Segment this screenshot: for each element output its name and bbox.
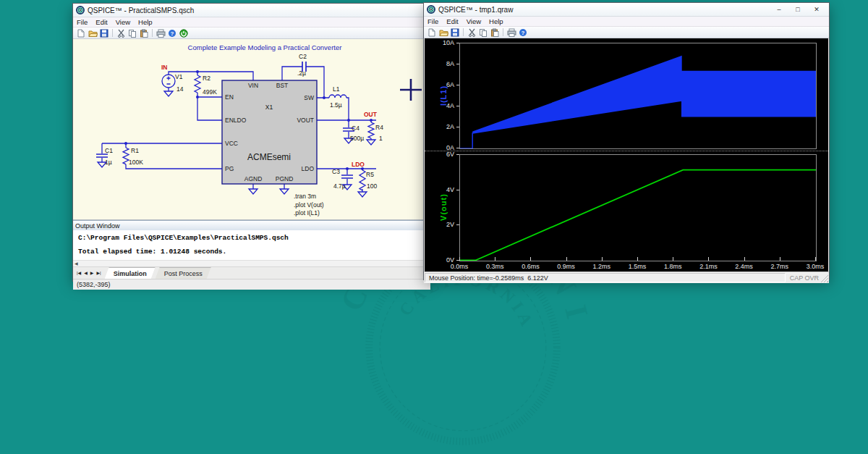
resistor-r1[interactable]: R1 100K xyxy=(123,147,143,166)
y-tick-mark xyxy=(456,85,459,85)
qspice-schematic-window[interactable]: QSPICE™ - PracticalSMPS.qsch File Edit V… xyxy=(72,3,431,282)
save-icon[interactable] xyxy=(449,28,461,38)
directive-plot-vout[interactable]: .plot V(out) xyxy=(294,201,324,209)
qspice-waveform-window[interactable]: QSPICE™ - tmp1.qraw – □ ✕ File Edit View… xyxy=(423,2,830,280)
new-file-icon[interactable] xyxy=(75,28,87,38)
c3-value: 4.7µ xyxy=(333,182,346,190)
axis-title-vout: V(out) xyxy=(439,193,448,221)
new-file-icon[interactable] xyxy=(426,28,438,38)
right-titlebar[interactable]: QSPICE™ - tmp1.qraw – □ ✕ xyxy=(424,3,829,17)
x-tick-mark xyxy=(602,257,603,261)
tab-nav-first[interactable]: |◀ xyxy=(75,271,82,275)
scroll-left-icon[interactable]: ◀ xyxy=(75,261,78,266)
r4-ref: R4 xyxy=(375,124,383,131)
run-icon[interactable] xyxy=(178,28,190,38)
help-icon[interactable]: ? xyxy=(166,28,178,38)
left-titlebar[interactable]: QSPICE™ - PracticalSMPS.qsch xyxy=(73,4,430,17)
tab-simulation[interactable]: Simulation xyxy=(105,267,156,279)
left-window-title: QSPICE™ - PracticalSMPS.qsch xyxy=(88,7,194,14)
menu-file[interactable]: File xyxy=(77,18,88,26)
output-window-caption[interactable]: Output Window xyxy=(73,220,430,230)
copy-icon[interactable] xyxy=(477,28,489,38)
capacitor-c4[interactable]: C4 500µ xyxy=(343,125,364,142)
paste-icon[interactable] xyxy=(489,28,501,38)
x-tick-mark xyxy=(459,257,460,261)
y-tick-label: 8A xyxy=(425,60,454,67)
net-label-in[interactable]: IN xyxy=(161,64,168,71)
menu-edit[interactable]: Edit xyxy=(95,18,107,26)
print-icon[interactable] xyxy=(506,28,517,38)
help-icon[interactable]: ? xyxy=(517,28,529,38)
output-hscrollbar[interactable]: ◀ xyxy=(73,260,430,266)
paste-icon[interactable] xyxy=(138,28,150,38)
ic-x1[interactable]: VIN BST EN SW ENLDO VOUT VCC LDO PG AGND… xyxy=(222,80,317,184)
x-tick-label: 0.9ms xyxy=(552,263,581,270)
x-tick-mark xyxy=(566,257,567,261)
capacitor-c2[interactable]: C2 .2µ xyxy=(297,53,307,77)
directive-tran[interactable]: .tran 3m xyxy=(294,193,316,200)
y-tick-label: 10A xyxy=(425,39,454,46)
voltage-source-v1[interactable]: V1 14 xyxy=(162,73,184,93)
r5-value: 100 xyxy=(367,182,377,190)
r1-value: 100K xyxy=(129,159,143,166)
plot-client[interactable]: 0A2A4A6A8A10AI(L1)0V2V4V6V0.0ms0.3ms0.6m… xyxy=(425,38,828,272)
menu-help[interactable]: Help xyxy=(489,17,503,25)
net-label-out[interactable]: OUT xyxy=(364,111,378,118)
net-label-ldo[interactable]: LDO xyxy=(352,161,365,168)
print-icon[interactable] xyxy=(155,28,166,38)
cut-icon[interactable] xyxy=(115,28,127,38)
menu-view[interactable]: View xyxy=(467,17,481,25)
cut-icon[interactable] xyxy=(466,28,477,38)
output-window-body[interactable]: C:\Program Files\QSPICE\Examples\Practic… xyxy=(73,230,430,260)
r1-ref: R1 xyxy=(131,147,139,154)
menu-help[interactable]: Help xyxy=(138,18,153,26)
left-statusbar: (5382,-395) xyxy=(73,279,430,290)
x-tick-mark xyxy=(637,257,638,261)
resistor-r5[interactable]: R5 100 xyxy=(359,170,377,190)
open-folder-icon[interactable] xyxy=(87,28,98,38)
directive-plot-il1[interactable]: .plot I(L1) xyxy=(294,209,320,217)
toolbar-separator xyxy=(152,29,153,37)
y-tick-label: 4V xyxy=(425,186,454,193)
r5-ref: R5 xyxy=(366,171,374,178)
schematic-canvas[interactable]: Complete Example Modeling a Practical Co… xyxy=(73,39,429,220)
menu-edit[interactable]: Edit xyxy=(446,17,458,25)
l1-ref: L1 xyxy=(333,85,340,93)
y-tick-label: 2V xyxy=(425,221,454,228)
qspice-logo-icon xyxy=(427,5,435,14)
x-tick-mark xyxy=(708,257,709,261)
resistor-r4[interactable]: R4 1 xyxy=(368,122,383,142)
pin-bst: BST xyxy=(276,82,289,89)
qspice-logo-icon xyxy=(76,6,85,14)
tab-post-process[interactable]: Post Process xyxy=(156,267,211,279)
tab-nav-next[interactable]: ▶ xyxy=(89,271,95,275)
tab-nav-prev[interactable]: ◀ xyxy=(82,271,89,275)
inductor-l1[interactable]: L1 1.5µ xyxy=(329,85,346,109)
svg-text:?: ? xyxy=(171,30,174,37)
copy-icon[interactable] xyxy=(127,28,138,38)
menu-file[interactable]: File xyxy=(427,17,438,25)
x-tick-label: 2.1ms xyxy=(694,263,723,270)
open-folder-icon[interactable] xyxy=(438,28,449,38)
save-icon[interactable] xyxy=(98,28,110,38)
maximize-button[interactable]: □ xyxy=(788,4,807,16)
close-button[interactable]: ✕ xyxy=(807,4,826,16)
r2-value: 499K xyxy=(203,88,217,96)
pin-enldo: ENLDO xyxy=(225,117,247,124)
cursor-coordinates: (5382,-395) xyxy=(73,281,114,288)
left-menubar: File Edit View Help xyxy=(73,17,430,28)
y-tick-mark xyxy=(456,148,459,148)
plot-area-vout[interactable] xyxy=(459,154,817,261)
plot-area-il1[interactable] xyxy=(459,43,817,149)
v1-value: 14 xyxy=(176,85,184,93)
tab-nav-last[interactable]: ▶| xyxy=(95,271,102,275)
cap-ovr-indicator: CAP OVR xyxy=(786,274,829,282)
resistor-r2[interactable]: R2 499K xyxy=(195,75,217,96)
menu-view[interactable]: View xyxy=(116,18,130,26)
output-line-path: C:\Program Files\QSPICE\Examples\Practic… xyxy=(78,234,289,242)
c1-ref: C1 xyxy=(105,147,113,154)
y-tick-mark xyxy=(456,106,459,106)
output-window-caption-text: Output Window xyxy=(75,222,120,230)
minimize-button[interactable]: – xyxy=(770,4,788,16)
left-toolbar: ? xyxy=(73,28,430,39)
